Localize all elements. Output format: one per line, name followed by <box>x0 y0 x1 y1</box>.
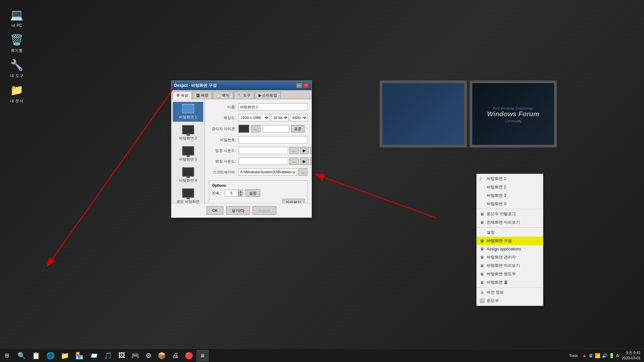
start-button[interactable]: ⊞ <box>0 349 13 362</box>
desktop-icon-tools[interactable]: 🔧 내 도구 <box>3 57 30 80</box>
context-item-settings[interactable]: 설정 <box>477 228 543 237</box>
close-button[interactable]: ✕ <box>303 83 309 88</box>
desktop-icon-mypc[interactable]: 💻 내 PC <box>3 7 30 30</box>
exit-browse-btn[interactable]: ... <box>289 158 299 165</box>
desktop1-monitor-icon <box>182 104 194 113</box>
desktop-icon-trash[interactable]: 🗑️ 휴지통 <box>3 32 30 55</box>
context-item-window[interactable]: 🖥 바탕화면 원도우 <box>477 270 543 278</box>
password-label: 비밀번호: <box>209 137 236 142</box>
desktop-item-2[interactable]: 바탕화면 2 <box>173 123 203 143</box>
close-dialog-button[interactable]: 닫기(C) <box>226 206 250 215</box>
taskbar-item-video[interactable]: 🎮 <box>128 350 142 361</box>
context-item-version[interactable]: ℹ 버전 정보 <box>477 288 543 297</box>
taskbar-item-settings2[interactable]: ⚙ <box>143 350 154 361</box>
entry-sound-controls: ... ▶ ✕ <box>238 147 312 154</box>
context-item-preview[interactable]: 🖥 바탕화면 미리보기 <box>477 261 543 270</box>
context-item-desktop4[interactable]: 바탕화면 4 <box>477 200 543 208</box>
taskbar-item-print[interactable]: 🖨 <box>169 350 181 361</box>
catalog-icon: 🖥 <box>479 212 485 217</box>
tray-icon-battery[interactable]: 🔋 <box>609 353 614 358</box>
context-item-hole[interactable]: 🖥 바탕화면 홀 <box>477 278 543 287</box>
tab-properties[interactable]: ⚙ 속성 <box>173 92 192 99</box>
entry-browse-btn[interactable]: ... <box>289 147 299 154</box>
desktopall-label: 로든 바탕화면 <box>176 199 200 204</box>
context-item-manager[interactable]: 🖥 바탕화면 관리자 <box>477 253 543 261</box>
tray-icon-1[interactable]: 🔺 <box>582 353 587 358</box>
context-hole-label: 바탕화면 홀 <box>487 280 508 285</box>
tab-wallpaper[interactable]: 📋 벽지 <box>213 92 233 99</box>
hole-icon: 🖥 <box>479 280 485 285</box>
duration-down-btn[interactable]: ▼ <box>238 193 243 196</box>
duration-input-group: ▲ ▼ <box>225 190 243 196</box>
entry-sound-input[interactable] <box>238 147 288 154</box>
context-item-desktop3[interactable]: 바탕화면 3 <box>477 191 543 200</box>
taskbar-item-task[interactable]: 📋 <box>29 350 43 361</box>
standard-btn[interactable]: 표준 <box>291 125 305 132</box>
ok-button[interactable]: OK <box>207 206 223 215</box>
tray-icon-network[interactable]: 📶 <box>595 353 600 358</box>
desktop1-label: 바탕화면 1 <box>179 115 197 120</box>
exit-play-btn[interactable]: ▶ <box>300 158 309 165</box>
tab-background[interactable]: 🖼 배경 <box>193 92 212 99</box>
bit-select[interactable]: 32 bit <box>271 114 289 121</box>
context-item-desktop2[interactable]: 바탕화면 2 <box>477 183 543 191</box>
exit-clear-btn[interactable]: ✕ <box>310 158 312 165</box>
tab-properties-icon: ⚙ <box>176 93 180 98</box>
entry-play-btn[interactable]: ▶ <box>300 147 309 154</box>
taskbar-item-search[interactable]: 🔍 <box>15 350 29 361</box>
tab-tools[interactable]: 🔧 도구 <box>234 92 254 99</box>
screensaver-input[interactable] <box>238 168 297 176</box>
taskbar-item-dexpot[interactable]: 🖥 <box>197 350 209 361</box>
tools-right-label: Tools <box>569 354 579 358</box>
settings-btn[interactable]: 설정 <box>246 189 260 197</box>
desktop-icon-docs[interactable]: 📁 내 문서 <box>3 82 30 105</box>
context-item-desktop-config[interactable]: 🖥 바탕화면 구성 <box>477 237 543 245</box>
separator3 <box>477 287 543 288</box>
desktop-item-4[interactable]: 바탕화면 4 <box>173 165 203 185</box>
taskbar-item-photo[interactable]: 🖼 <box>116 350 128 361</box>
desktop: 💻 내 PC 🗑️ 휴지통 🔧 내 도구 📁 내 문서 Best Windows… <box>0 0 644 362</box>
datetime-display[interactable]: 오전 9:41 2020-03-01 <box>622 350 641 361</box>
entry-clear-btn[interactable]: ✕ <box>310 147 312 154</box>
context-item-desktop1[interactable]: ✓ 바탕화면 1 <box>477 175 543 183</box>
exit-sound-label: 퇴장 사운드: <box>209 159 236 164</box>
taskbar-item-store[interactable]: 🏪 <box>72 350 86 361</box>
taskbar-item-media[interactable]: 📦 <box>155 350 169 361</box>
desktop-item-all[interactable]: 로든 바탕화면 <box>173 186 203 206</box>
apply-button[interactable]: 적용(A) <box>253 206 276 215</box>
tray-icon-2[interactable]: 🖥 <box>589 353 593 358</box>
context-item-windows[interactable]: 🪟 윈도우 <box>477 297 543 305</box>
manager-browse-btn[interactable]: ... <box>251 125 260 132</box>
screensaver-browse-btn[interactable]: ... <box>299 168 308 176</box>
taskbar-item-music[interactable]: 🎵 <box>101 350 115 361</box>
name-label: 이름: <box>209 105 236 110</box>
hz-select[interactable]: 64Hz <box>290 114 308 121</box>
resolution-group: 644 x 362 32 bit 64Hz <box>238 114 308 121</box>
context-item-preview-all[interactable]: 🖥 전체화면 미리보기 <box>477 218 543 227</box>
preview-btn[interactable]: 미리보기 <box>282 199 305 203</box>
desktop-item-3[interactable]: 바탕화면 3 <box>173 144 203 164</box>
taskbar-item-edge[interactable]: 🌐 <box>44 350 57 361</box>
resolution-select[interactable]: 644 x 362 <box>238 114 270 121</box>
name-input[interactable] <box>238 103 308 111</box>
password-input[interactable] <box>238 136 308 143</box>
taskbar-item-red[interactable]: 🔴 <box>182 350 196 361</box>
desktop4-label: 바탕화면 4 <box>179 178 197 183</box>
duration-input[interactable] <box>225 190 238 196</box>
tab-background-label: 배경 <box>201 93 208 98</box>
desktop-item-1[interactable]: 바탕화면 1 <box>173 102 203 122</box>
desktop3-monitor-icon <box>182 146 194 156</box>
tray-icon-sound[interactable]: 🔊 <box>602 353 607 358</box>
taskbar-item-explorer[interactable]: 📁 <box>58 350 72 361</box>
tab-startup[interactable]: ▶ 스타트업 <box>255 92 281 99</box>
taskbar-item-mail[interactable]: 📨 <box>87 350 101 361</box>
exit-sound-input[interactable] <box>238 158 288 165</box>
duration-up-btn[interactable]: ▲ <box>238 190 243 193</box>
arrows-overlay <box>0 0 644 362</box>
minimize-button[interactable]: — <box>296 83 302 88</box>
context-item-catalog[interactable]: 🖥 윈도우 카탈로그 <box>477 210 543 218</box>
separator2 <box>477 227 543 228</box>
tray-icon-lang[interactable]: A <box>616 353 619 358</box>
tab-wallpaper-label: 벽지 <box>222 93 229 98</box>
context-item-assign[interactable]: 🖥 Assign applications <box>477 245 543 253</box>
